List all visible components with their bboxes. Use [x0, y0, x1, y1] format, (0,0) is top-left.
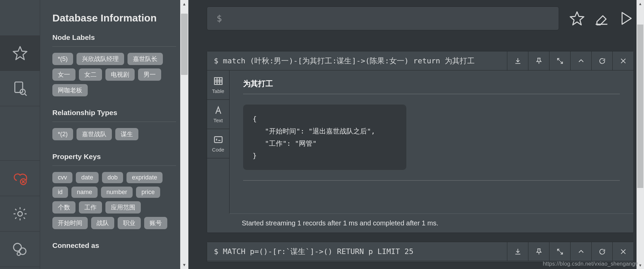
- editor-actions: [559, 11, 634, 26]
- chip-prop-key[interactable]: 工作: [79, 201, 102, 213]
- tab-label: Table: [212, 88, 224, 94]
- view-tabs: Table Text Code: [207, 70, 230, 213]
- rail-settings[interactable]: [0, 196, 40, 232]
- expand-button[interactable]: [549, 51, 570, 70]
- text-icon: [213, 105, 223, 115]
- chip-prop-key[interactable]: dob: [102, 172, 123, 183]
- play-icon: [618, 11, 634, 26]
- doc-search-icon: [12, 81, 28, 96]
- section-title: Property Keys: [52, 153, 176, 161]
- frame-query[interactable]: $ match (叶秋:男一)-[为其打工:谋生]->(陈果:女一) retur…: [207, 56, 507, 66]
- section-connected-as: Connected as: [52, 241, 176, 250]
- refresh-icon: [598, 248, 606, 255]
- rail-about[interactable]: [0, 232, 40, 267]
- rail-documents[interactable]: [0, 71, 40, 106]
- collapse-button[interactable]: [570, 242, 591, 261]
- close-button[interactable]: [612, 51, 633, 70]
- section-property-keys: Property Keys cvv date dob expridate id …: [52, 153, 176, 229]
- chip-prop-key[interactable]: 职业: [118, 217, 141, 229]
- close-icon: [620, 248, 627, 255]
- chip-rel-type[interactable]: *(2): [52, 128, 73, 140]
- rerun-button[interactable]: [591, 242, 612, 261]
- collapse-button[interactable]: [570, 51, 591, 70]
- chip-prop-key[interactable]: id: [52, 187, 68, 198]
- sidebar-scrollbar[interactable]: ▲ ▼: [180, 0, 188, 269]
- svg-rect-11: [214, 137, 222, 143]
- chip-rel-type[interactable]: 谋生: [115, 128, 138, 140]
- bubbles-icon: [12, 241, 28, 257]
- chip-prop-key[interactable]: number: [101, 187, 133, 198]
- tab-label: Code: [212, 147, 224, 153]
- expand-icon: [556, 57, 564, 65]
- rerun-button[interactable]: [591, 51, 612, 70]
- chip-prop-key[interactable]: 账号: [144, 217, 167, 229]
- watermark: https://blog.csdn.net/vxiao_shengangv: [543, 261, 638, 267]
- close-button[interactable]: [612, 242, 633, 261]
- status-text: Started streaming 1 records after 1 ms a…: [242, 219, 438, 227]
- star-icon: [12, 45, 28, 61]
- frame-body: Table Text Code 为其打工 { "开始时间": "退出嘉世战队之后…: [207, 70, 633, 213]
- expand-button[interactable]: [549, 242, 570, 261]
- chip-prop-key[interactable]: cvv: [52, 172, 72, 183]
- chip-node-label[interactable]: 电视剧: [105, 68, 135, 81]
- query-editor[interactable]: $: [207, 6, 559, 30]
- main: $ $ match (叶秋:男一)-[为其打工:谋生]->(陈果:女一) ret…: [197, 0, 644, 269]
- left-rail: [0, 0, 40, 269]
- pin-button[interactable]: [528, 242, 549, 261]
- scrollbar-thumb[interactable]: [181, 14, 188, 75]
- chip-rel-type[interactable]: 嘉世战队: [77, 128, 112, 140]
- section-title: Node Labels: [52, 33, 176, 42]
- editor-bar: $: [207, 0, 634, 37]
- chevron-up-icon: [577, 57, 585, 65]
- chip-prop-key[interactable]: 战队: [91, 217, 114, 229]
- chip-node-label[interactable]: 网咖老板: [52, 84, 88, 96]
- chip-prop-key[interactable]: 开始时间: [52, 217, 88, 229]
- star-icon: [569, 11, 585, 26]
- refresh-icon: [598, 57, 606, 65]
- pin-button[interactable]: [528, 51, 549, 70]
- result-frame: $ MATCH p=()-[r:`谋生`]->() RETURN p LIMIT…: [207, 242, 634, 262]
- run-button[interactable]: [618, 11, 634, 26]
- chip-node-label[interactable]: 兴欣战队经理: [77, 53, 124, 65]
- download-icon: [514, 57, 522, 65]
- frame-buttons: [507, 242, 633, 261]
- scroll-up-icon[interactable]: ▲: [180, 0, 188, 8]
- export-button[interactable]: [507, 242, 528, 261]
- frame-buttons: [507, 51, 633, 70]
- section-relationship-types: Relationship Types *(2) 嘉世战队 谋生: [52, 109, 176, 140]
- main-scrollbar[interactable]: ▲ ▼: [637, 0, 644, 269]
- rail-favorites[interactable]: [0, 35, 40, 71]
- frame-query[interactable]: $ MATCH p=()-[r:`谋生`]->() RETURN p LIMIT…: [207, 247, 507, 257]
- scroll-up-icon[interactable]: ▲: [637, 0, 644, 7]
- chip-prop-key[interactable]: 应用范围: [105, 201, 141, 213]
- chip-prop-key[interactable]: price: [136, 187, 160, 198]
- scroll-down-icon[interactable]: ▼: [180, 261, 188, 269]
- svg-rect-2: [15, 82, 22, 92]
- tab-code[interactable]: Code: [207, 129, 229, 158]
- svg-line-4: [24, 94, 27, 96]
- chip-prop-key[interactable]: name: [71, 187, 98, 198]
- section-title: Connected as: [52, 241, 176, 250]
- chip-prop-key[interactable]: 个数: [52, 201, 75, 213]
- download-icon: [514, 248, 522, 255]
- chip-node-label[interactable]: 女一: [52, 68, 75, 81]
- erase-button[interactable]: [594, 11, 609, 26]
- chip-prop-key[interactable]: expridate: [126, 172, 163, 183]
- favorite-button[interactable]: [569, 11, 585, 26]
- chip-node-label[interactable]: 嘉世队长: [128, 53, 163, 65]
- chip-node-label[interactable]: 女二: [79, 68, 102, 81]
- expand-icon: [556, 248, 564, 255]
- tab-table[interactable]: Table: [207, 70, 229, 100]
- scrollbar-thumb[interactable]: [637, 25, 643, 188]
- export-button[interactable]: [507, 51, 528, 70]
- svg-point-7: [13, 243, 21, 251]
- chip-node-label[interactable]: 男一: [138, 68, 161, 81]
- section-node-labels: Node Labels *(5) 兴欣战队经理 嘉世队长 女一 女二 电视剧 男…: [52, 33, 176, 96]
- result-content: 为其打工 { "开始时间": "退出嘉世战队之后", "工作": "网管" }: [230, 70, 633, 213]
- rail-cloud-error[interactable]: [0, 161, 40, 196]
- close-icon: [620, 57, 627, 65]
- frame-footer: Started streaming 1 records after 1 ms a…: [230, 213, 633, 233]
- chip-prop-key[interactable]: date: [76, 172, 99, 183]
- chip-node-label[interactable]: *(5): [52, 53, 73, 65]
- tab-text[interactable]: Text: [207, 100, 229, 129]
